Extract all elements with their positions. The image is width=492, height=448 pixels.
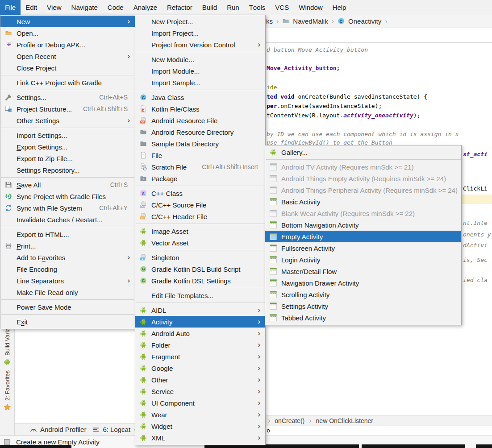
menu-item-bottom-navigation-activity[interactable]: Bottom Navigation Activity xyxy=(265,219,461,231)
menu-item-import-project[interactable]: Import Project... xyxy=(135,27,265,39)
menu-window[interactable]: Window xyxy=(294,0,327,15)
menu-item-blank-wear-activity-requires-minsdk-22[interactable]: Blank Wear Activity (Requires minSdk >= … xyxy=(265,207,461,219)
menu-help[interactable]: Help xyxy=(328,0,351,15)
menu-item-save-all[interactable]: Save AllCtrl+S xyxy=(0,179,135,191)
menu-item-android-things-peripheral-activity-requires-minsdk-24[interactable]: Android Things Peripheral Activity (Requ… xyxy=(265,184,461,196)
editor-breadcrumb-bottom: ›onCreate()›new OnClickListener xyxy=(266,415,492,426)
menu-item-image-asset[interactable]: Image Asset xyxy=(135,225,265,237)
tool-window-button-android-profiler[interactable]: Android Profiler xyxy=(30,426,86,433)
menu-item-scratch-file[interactable]: Scratch FileCtrl+Alt+Shift+Insert xyxy=(135,161,265,173)
menu-item-file-encoding[interactable]: File Encoding xyxy=(0,263,135,275)
menu-tools[interactable]: Tools xyxy=(244,0,271,15)
menu-item-vector-asset[interactable]: Vector Asset xyxy=(135,237,265,249)
menu-refactor[interactable]: Refactor xyxy=(162,0,197,15)
tool-window-button-build-variants[interactable]: Build Varia xyxy=(0,328,15,366)
breadcrumb-item-navedmalik[interactable]: NavedMalik xyxy=(293,17,328,25)
menu-item-package[interactable]: Package xyxy=(135,173,265,184)
menu-item-edit-file-templates[interactable]: Edit File Templates... xyxy=(135,290,265,301)
menu-item-android-things-empty-activity-requires-minsdk-24[interactable]: Android Things Empty Activity (Requires … xyxy=(265,173,461,184)
menu-item-widget[interactable]: Widget› xyxy=(135,420,265,432)
menu-item-link-c-project-with-gradle[interactable]: Link C++ Project with Gradle xyxy=(0,77,135,88)
menu-item-basic-activity[interactable]: Basic Activity xyxy=(265,196,461,207)
menu-item-import-sample[interactable]: Import Sample... xyxy=(135,77,265,88)
menu-file[interactable]: File xyxy=(0,0,21,15)
tool-window-button-favorites[interactable]: 2: Favorites xyxy=(0,370,15,411)
menu-item-label: Package xyxy=(151,175,177,183)
menu-item-folder[interactable]: Folder› xyxy=(135,339,265,351)
tool-window-button-logcat[interactable]: 6: Logcat xyxy=(92,426,130,433)
menu-item-c-class[interactable]: SC++ Class xyxy=(135,187,265,199)
menu-navigate[interactable]: Navigate xyxy=(67,0,103,15)
activity-submenu-popup: Gallery...Android TV Activity (Requires … xyxy=(265,145,462,325)
breadcrumb-item-new-onclicklistener[interactable]: new OnClickListener xyxy=(316,417,373,424)
menu-item-exit[interactable]: Exit xyxy=(0,316,135,328)
menu-analyze[interactable]: Analyze xyxy=(129,0,162,15)
menu-run[interactable]: Run xyxy=(222,0,244,15)
menu-item-google[interactable]: Google› xyxy=(135,362,265,374)
menu-item-export-settings[interactable]: Export Settings... xyxy=(0,141,135,153)
menu-item-gradle-kotlin-dsl-build-script[interactable]: GGradle Kotlin DSL Build Script xyxy=(135,263,265,275)
menu-item-other-settings[interactable]: Other Settings› xyxy=(0,115,135,126)
menu-item-make-file-read-only[interactable]: Make File Read-only xyxy=(0,286,135,298)
menu-item-file[interactable]: File xyxy=(135,149,265,161)
menu-item-add-to-favorites[interactable]: Add to Favorites› xyxy=(0,252,135,263)
menu-item-line-separators[interactable]: Line Separators› xyxy=(0,275,135,286)
menu-item-c-c-header-file[interactable]: HC/C++ Header File xyxy=(135,211,265,222)
menu-item-android-tv-activity-requires-minsdk-21[interactable]: Android TV Activity (Requires minSdk >= … xyxy=(265,161,461,173)
menu-item-gallery[interactable]: Gallery... xyxy=(265,146,461,158)
menu-item-sync-project-with-gradle-files[interactable]: Sync Project with Gradle Files xyxy=(0,191,135,202)
menu-edit[interactable]: Edit xyxy=(21,0,42,15)
menu-item-sync-with-file-system[interactable]: Sync with File SystemCtrl+Alt+Y xyxy=(0,202,135,214)
menu-item-print[interactable]: Print... xyxy=(0,240,135,252)
menu-item-fragment[interactable]: Fragment› xyxy=(135,351,265,362)
menu-view[interactable]: View xyxy=(42,0,67,15)
menu-item-project-structure[interactable]: Project Structure...Ctrl+Alt+Shift+S xyxy=(0,103,135,115)
menu-item-open-recent[interactable]: Open Recent› xyxy=(0,50,135,62)
menu-item-java-class[interactable]: CJava Class xyxy=(135,91,265,103)
menu-item-android-auto[interactable]: Android Auto› xyxy=(135,328,265,339)
menu-item-master-detail-flow[interactable]: Master/Detail Flow xyxy=(265,265,461,277)
menu-item-export-to-html[interactable]: Export to HTML... xyxy=(0,228,135,240)
menu-item-singleton[interactable]: JSingleton xyxy=(135,252,265,263)
menu-item-open[interactable]: Open... xyxy=(0,27,135,39)
menu-build[interactable]: Build xyxy=(197,0,222,15)
menu-item-activity[interactable]: Activity› xyxy=(135,316,265,328)
menu-item-c-c-source-file[interactable]: C++C/C++ Source File xyxy=(135,199,265,211)
menu-item-settings-activity[interactable]: Settings Activity xyxy=(265,300,461,312)
menu-item-import-settings[interactable]: Import Settings... xyxy=(0,129,135,141)
menu-item-invalidate-caches-restart[interactable]: Invalidate Caches / Restart... xyxy=(0,214,135,225)
menu-item-xml[interactable]: XML› xyxy=(135,432,265,444)
menu-item-gradle-kotlin-dsl-settings[interactable]: GGradle Kotlin DSL Settings xyxy=(135,275,265,286)
menu-item-settings-repository[interactable]: Settings Repository... xyxy=(0,164,135,176)
menu-item-project-from-version-control[interactable]: Project from Version Control› xyxy=(135,39,265,50)
menu-item-fullscreen-activity[interactable]: Fullscreen Activity xyxy=(265,242,461,254)
menu-item-empty-activity[interactable]: Empty Activity xyxy=(265,231,461,242)
menu-item-sample-data-directory[interactable]: Sample Data Directory xyxy=(135,138,265,149)
breadcrumb-item-ks[interactable]: ks xyxy=(266,17,273,25)
menu-item-new-project[interactable]: New Project... xyxy=(135,16,265,27)
menu-item-wear[interactable]: Wear› xyxy=(135,409,265,420)
menu-item-service[interactable]: Service› xyxy=(135,386,265,397)
menu-item-ui-component[interactable]: UI Component› xyxy=(135,397,265,409)
menu-item-android-resource-directory[interactable]: Android Resource Directory xyxy=(135,126,265,138)
menu-vcs[interactable]: VCS xyxy=(270,0,294,15)
menu-item-login-activity[interactable]: Login Activity xyxy=(265,254,461,265)
menu-code[interactable]: Code xyxy=(103,0,129,15)
menu-item-kotlin-file-class[interactable]: Kotlin File/Class xyxy=(135,103,265,115)
menu-item-export-to-zip-file[interactable]: Export to Zip File... xyxy=(0,153,135,164)
menu-item-profile-or-debug-apk[interactable]: Profile or Debug APK... xyxy=(0,39,135,50)
menu-item-other[interactable]: Other› xyxy=(135,374,265,386)
menu-item-aidl[interactable]: AIDL› xyxy=(135,304,265,316)
menu-item-android-resource-file[interactable]: <>Android Resource File xyxy=(135,115,265,126)
breadcrumb-item-oncreate[interactable]: onCreate() xyxy=(275,417,304,424)
menu-item-power-save-mode[interactable]: Power Save Mode xyxy=(0,301,135,313)
menu-item-settings[interactable]: Settings...Ctrl+Alt+S xyxy=(0,91,135,103)
menu-item-tabbed-activity[interactable]: Tabbed Activity xyxy=(265,312,461,324)
breadcrumb-item-oneactivity[interactable]: Oneactivity xyxy=(348,17,381,25)
menu-item-scrolling-activity[interactable]: Scrolling Activity xyxy=(265,289,461,300)
menu-item-close-project[interactable]: Close Project xyxy=(0,62,135,74)
menu-item-new-module[interactable]: New Module... xyxy=(135,54,265,65)
menu-item-new[interactable]: New› xyxy=(0,16,135,27)
menu-item-import-module[interactable]: Import Module... xyxy=(135,65,265,77)
menu-item-navigation-drawer-activity[interactable]: Navigation Drawer Activity xyxy=(265,277,461,289)
